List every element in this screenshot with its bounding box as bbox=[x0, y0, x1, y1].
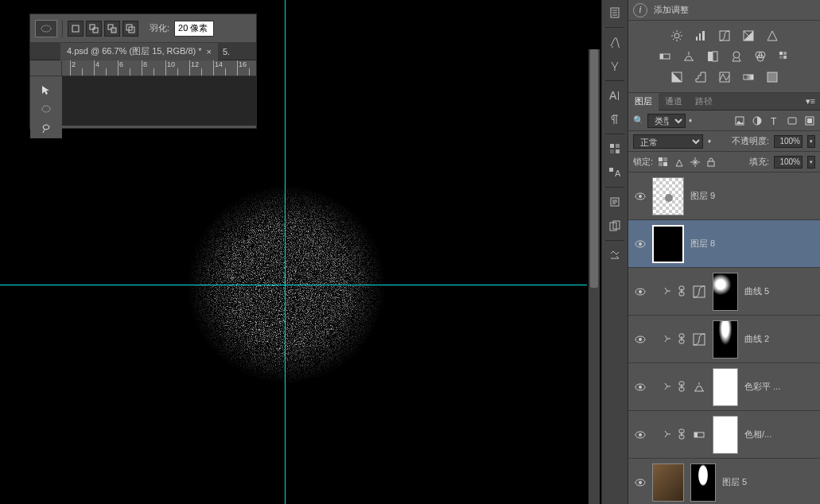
channel-mixer-adjustment-icon[interactable] bbox=[753, 49, 768, 64]
brushes-panel-icon[interactable] bbox=[603, 31, 627, 53]
marquee-tool-icon[interactable] bbox=[35, 100, 57, 118]
document-tab[interactable]: 4.psd @ 66.7% (图层 15, RGB/8) * × bbox=[60, 43, 218, 60]
layer-row[interactable]: 色彩平 ... bbox=[628, 363, 820, 411]
tab-channels[interactable]: 通道 bbox=[659, 93, 689, 110]
gradient-map-adjustment-icon[interactable] bbox=[741, 70, 756, 84]
vibrance-adjustment-icon[interactable] bbox=[765, 29, 779, 43]
visibility-toggle-icon[interactable] bbox=[635, 192, 646, 200]
document-tab-overflow[interactable]: 5. bbox=[218, 47, 235, 56]
layer-thumb[interactable] bbox=[652, 463, 684, 502]
ruler-horizontal[interactable]: 246810121416 bbox=[62, 60, 256, 76]
lock-transparent-icon[interactable] bbox=[658, 157, 669, 168]
visibility-toggle-icon[interactable] bbox=[635, 383, 646, 391]
move-tool-icon[interactable] bbox=[35, 81, 57, 99]
layer-row[interactable]: 色相/... bbox=[628, 411, 820, 459]
layer-mask-thumb[interactable] bbox=[713, 273, 738, 311]
visibility-toggle-icon[interactable] bbox=[635, 335, 646, 343]
hue-adjustment-icon[interactable] bbox=[658, 49, 672, 64]
layer-row[interactable]: 图层 5 bbox=[628, 459, 820, 504]
visibility-toggle-icon[interactable] bbox=[635, 240, 646, 248]
layer-name[interactable]: 图层 9 bbox=[690, 190, 715, 202]
selection-new-icon[interactable] bbox=[68, 21, 84, 37]
scrollbar-thumb[interactable] bbox=[590, 49, 598, 288]
notes-panel-icon[interactable] bbox=[603, 191, 627, 213]
color-balance-adjustment-icon[interactable] bbox=[682, 49, 696, 64]
layer-name[interactable]: 色彩平 ... bbox=[744, 381, 780, 393]
layer-mask-thumb[interactable] bbox=[713, 320, 738, 359]
visibility-toggle-icon[interactable] bbox=[635, 431, 646, 439]
lock-position-icon[interactable] bbox=[690, 157, 701, 168]
paragraph-panel-icon[interactable] bbox=[603, 108, 627, 130]
levels-adjustment-icon[interactable] bbox=[694, 29, 708, 43]
canvas-scrollbar[interactable] bbox=[589, 49, 600, 504]
exposure-adjustment-icon[interactable] bbox=[741, 29, 756, 43]
panel-menu-icon[interactable]: ▾≡ bbox=[801, 96, 820, 107]
layer-thumb[interactable] bbox=[652, 177, 684, 215]
adjustment-thumb[interactable] bbox=[692, 285, 706, 299]
lasso-tool-icon[interactable] bbox=[35, 119, 57, 137]
filter-shape-icon[interactable] bbox=[787, 115, 798, 126]
history-panel-icon[interactable] bbox=[603, 2, 627, 24]
lock-all-icon[interactable] bbox=[705, 157, 717, 168]
feather-input[interactable] bbox=[174, 21, 214, 37]
svg-text:A: A bbox=[609, 89, 617, 102]
layer-row[interactable]: 图层 9 bbox=[628, 173, 820, 220]
invert-adjustment-icon[interactable] bbox=[670, 70, 684, 84]
layer-name[interactable]: 色相/... bbox=[744, 428, 771, 440]
layer-mask-thumb[interactable] bbox=[690, 463, 716, 502]
character-styles-panel-icon[interactable]: A bbox=[603, 161, 627, 184]
visibility-toggle-icon[interactable] bbox=[635, 288, 646, 296]
photo-filter-adjustment-icon[interactable] bbox=[729, 49, 744, 64]
layer-name[interactable]: 图层 5 bbox=[722, 476, 747, 488]
fill-dropdown-icon[interactable]: ▾ bbox=[807, 156, 815, 169]
tool-presets-panel-icon[interactable] bbox=[603, 244, 627, 266]
layer-row[interactable]: 曲线 5 bbox=[628, 268, 820, 316]
color-lookup-adjustment-icon[interactable] bbox=[777, 49, 791, 64]
curves-adjustment-icon[interactable] bbox=[717, 29, 732, 43]
layer-mask-thumb[interactable] bbox=[713, 416, 738, 454]
threshold-adjustment-icon[interactable] bbox=[717, 70, 732, 84]
opacity-input[interactable] bbox=[774, 135, 803, 148]
layer-filter-type[interactable]: 类型 bbox=[647, 114, 686, 128]
layer-name[interactable]: 曲线 2 bbox=[744, 333, 769, 345]
tab-layers[interactable]: 图层 bbox=[628, 93, 659, 110]
info-icon[interactable]: i bbox=[633, 3, 647, 17]
layer-thumb[interactable] bbox=[652, 225, 684, 263]
svg-rect-51 bbox=[663, 157, 667, 161]
layer-row[interactable]: 曲线 2 bbox=[628, 316, 820, 363]
layer-row[interactable]: 图层 8 bbox=[628, 220, 820, 268]
layer-name[interactable]: 曲线 5 bbox=[744, 285, 769, 297]
selection-intersect-icon[interactable] bbox=[122, 21, 138, 37]
filter-smart-icon[interactable] bbox=[804, 115, 815, 126]
brightness-adjustment-icon[interactable] bbox=[670, 29, 684, 43]
close-icon[interactable]: × bbox=[207, 47, 212, 56]
bw-adjustment-icon[interactable] bbox=[705, 49, 720, 64]
tab-paths[interactable]: 路径 bbox=[689, 93, 719, 110]
guide-horizontal[interactable] bbox=[0, 285, 587, 285]
adjustment-thumb[interactable] bbox=[692, 380, 706, 394]
selective-color-adjustment-icon[interactable] bbox=[765, 70, 779, 84]
lock-image-icon[interactable] bbox=[674, 157, 685, 168]
posterize-adjustment-icon[interactable] bbox=[694, 70, 708, 84]
layer-name[interactable]: 图层 8 bbox=[690, 238, 715, 250]
brush-presets-panel-icon[interactable] bbox=[603, 55, 627, 77]
filter-adjustment-icon[interactable] bbox=[752, 115, 763, 126]
filter-pixel-icon[interactable] bbox=[734, 115, 745, 126]
layers-list[interactable]: 图层 9图层 8曲线 5曲线 2色彩平 ...色相/...图层 5 bbox=[628, 173, 820, 504]
clone-source-panel-icon[interactable] bbox=[603, 215, 627, 237]
layer-mask-thumb[interactable] bbox=[713, 368, 738, 406]
blend-mode-select[interactable]: 正常 bbox=[633, 134, 703, 149]
character-panel-icon[interactable]: A bbox=[603, 84, 627, 107]
guide-vertical[interactable] bbox=[285, 0, 286, 504]
marquee-tool-preset[interactable] bbox=[35, 20, 57, 37]
fill-input[interactable] bbox=[774, 156, 803, 169]
adjustment-thumb[interactable] bbox=[692, 332, 706, 347]
swatches-panel-icon[interactable] bbox=[603, 138, 627, 160]
ruler-origin[interactable] bbox=[30, 60, 62, 76]
visibility-toggle-icon[interactable] bbox=[635, 479, 646, 487]
selection-subtract-icon[interactable] bbox=[104, 21, 120, 37]
filter-type-icon[interactable]: T bbox=[769, 115, 780, 126]
selection-add-icon[interactable] bbox=[86, 21, 102, 37]
opacity-dropdown-icon[interactable]: ▾ bbox=[807, 135, 815, 148]
adjustment-thumb[interactable] bbox=[692, 428, 706, 442]
